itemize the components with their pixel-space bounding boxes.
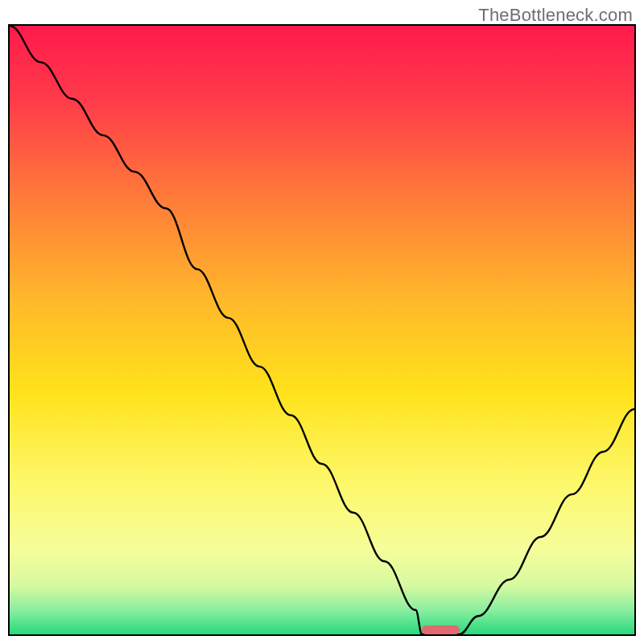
watermark-text: TheBottleneck.com	[478, 5, 633, 26]
optimal-marker	[422, 625, 460, 634]
plot-area	[8, 24, 636, 636]
bottleneck-curve	[10, 26, 634, 634]
chart-container: TheBottleneck.com	[0, 0, 644, 644]
curve-svg	[10, 26, 634, 634]
